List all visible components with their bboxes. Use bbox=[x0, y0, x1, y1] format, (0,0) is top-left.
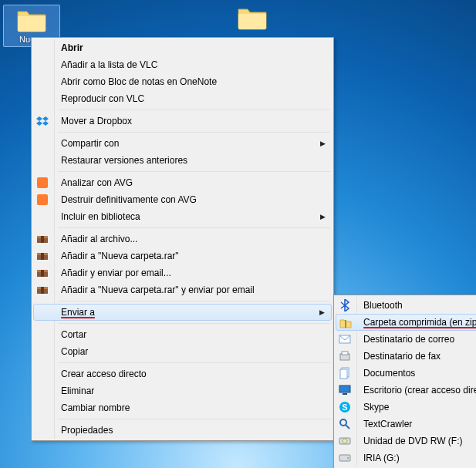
menu-shortcut[interactable]: Crear acceso directo bbox=[33, 365, 332, 382]
sendto-dvd[interactable]: Unidad de DVD RW (F:) bbox=[336, 433, 476, 449]
sendto-submenu: Bluetooth Carpeta comprimida (en zip) De… bbox=[333, 295, 476, 468]
mail-icon bbox=[338, 332, 352, 346]
menu-onenote[interactable]: Abrir como Bloc de notas en OneNote bbox=[33, 73, 332, 90]
svg-rect-1 bbox=[37, 194, 48, 205]
separator bbox=[58, 109, 330, 110]
sendto-skype[interactable]: S Skype bbox=[336, 399, 476, 416]
menu-cut[interactable]: Cortar bbox=[33, 326, 332, 343]
sendto-fax[interactable]: Destinatario de fax bbox=[336, 348, 476, 365]
menu-library[interactable]: Incluir en biblioteca▶ bbox=[33, 208, 332, 225]
svg-text:S: S bbox=[342, 402, 347, 412]
menu-restore-versions[interactable]: Restaurar versiones anteriores bbox=[33, 152, 332, 169]
separator bbox=[58, 171, 330, 172]
svg-rect-21 bbox=[343, 393, 347, 395]
dropbox-icon bbox=[35, 114, 49, 128]
svg-rect-7 bbox=[41, 253, 44, 260]
submenu-arrow-icon: ▶ bbox=[320, 135, 326, 152]
skype-icon: S bbox=[338, 400, 352, 414]
menu-send-to[interactable]: Enviar a▶ bbox=[33, 304, 332, 321]
menu-rename[interactable]: Cambiar nombre bbox=[33, 399, 332, 416]
separator bbox=[58, 301, 330, 301]
svg-rect-0 bbox=[37, 177, 48, 188]
sendto-textcrawler[interactable]: TextCrawler bbox=[336, 416, 476, 433]
drive-icon bbox=[338, 451, 352, 465]
textcrawler-icon bbox=[338, 417, 352, 431]
fax-icon bbox=[338, 349, 352, 363]
sendto-documents[interactable]: Documentos bbox=[336, 365, 476, 382]
svg-rect-20 bbox=[339, 386, 350, 392]
menu-copy[interactable]: Copiar bbox=[33, 343, 332, 360]
sendto-bluetooth[interactable]: Bluetooth bbox=[336, 297, 476, 314]
menu-vlc-add[interactable]: Añadir a la lista de VLC bbox=[33, 56, 332, 73]
menu-properties[interactable]: Propiedades bbox=[33, 422, 332, 439]
zip-folder-icon bbox=[339, 316, 353, 330]
svg-rect-10 bbox=[41, 270, 44, 277]
folder-icon bbox=[16, 7, 47, 33]
menu-dropbox[interactable]: Mover a Dropbox bbox=[33, 113, 332, 130]
menu-rar-named-email[interactable]: Añadir a "Nueva carpeta.rar" y enviar po… bbox=[33, 281, 332, 298]
separator bbox=[58, 362, 330, 363]
menu-avg-scan[interactable]: Analizar con AVG bbox=[33, 174, 332, 191]
separator bbox=[58, 419, 330, 419]
sendto-desktop[interactable]: Escritorio (crear acceso directo) bbox=[336, 382, 476, 399]
menu-rar-email[interactable]: Añadir y enviar por email... bbox=[33, 264, 332, 281]
svg-rect-14 bbox=[345, 320, 346, 328]
sendto-iria[interactable]: IRIA (G:) bbox=[336, 449, 476, 466]
menu-avg-shred[interactable]: Destruir definitivamente con AVG bbox=[33, 191, 332, 208]
folder-icon bbox=[237, 5, 268, 31]
bluetooth-icon bbox=[338, 298, 352, 312]
svg-point-24 bbox=[340, 419, 346, 426]
sendto-zip[interactable]: Carpeta comprimida (en zip) bbox=[336, 314, 476, 331]
menu-open[interactable]: Abrir bbox=[33, 39, 332, 56]
separator bbox=[58, 132, 330, 133]
winrar-icon bbox=[35, 266, 49, 280]
svg-line-25 bbox=[346, 425, 349, 429]
submenu-arrow-icon: ▶ bbox=[319, 305, 325, 320]
svg-rect-4 bbox=[41, 236, 44, 243]
menu-share[interactable]: Compartir con▶ bbox=[33, 135, 332, 152]
avg-icon bbox=[35, 176, 49, 190]
winrar-icon bbox=[35, 283, 49, 297]
avg-icon bbox=[35, 193, 49, 207]
svg-rect-13 bbox=[41, 287, 44, 294]
desktop-icon bbox=[338, 383, 352, 397]
winrar-icon bbox=[35, 232, 49, 246]
svg-rect-19 bbox=[340, 369, 347, 379]
dvd-drive-icon bbox=[338, 434, 352, 448]
separator bbox=[58, 323, 330, 324]
menu-delete[interactable]: Eliminar bbox=[33, 382, 332, 399]
documents-icon bbox=[338, 366, 352, 380]
winrar-icon bbox=[35, 249, 49, 263]
folder-icon[interactable] bbox=[224, 5, 281, 32]
menu-vlc-play[interactable]: Reproducir con VLC bbox=[33, 90, 332, 107]
separator bbox=[58, 227, 330, 228]
svg-rect-17 bbox=[342, 352, 348, 355]
desktop[interactable]: Nueva Abrir Añadir a la lista de VLC Abr… bbox=[0, 0, 476, 468]
menu-rar-add-named[interactable]: Añadir a "Nueva carpeta.rar" bbox=[33, 247, 332, 264]
svg-point-29 bbox=[347, 457, 349, 459]
svg-point-27 bbox=[343, 439, 347, 443]
submenu-arrow-icon: ▶ bbox=[320, 208, 326, 225]
context-menu: Abrir Añadir a la lista de VLC Abrir com… bbox=[31, 37, 334, 441]
sendto-mail[interactable]: Destinatario de correo bbox=[336, 331, 476, 348]
menu-rar-add[interactable]: Añadir al archivo... bbox=[33, 231, 332, 247]
